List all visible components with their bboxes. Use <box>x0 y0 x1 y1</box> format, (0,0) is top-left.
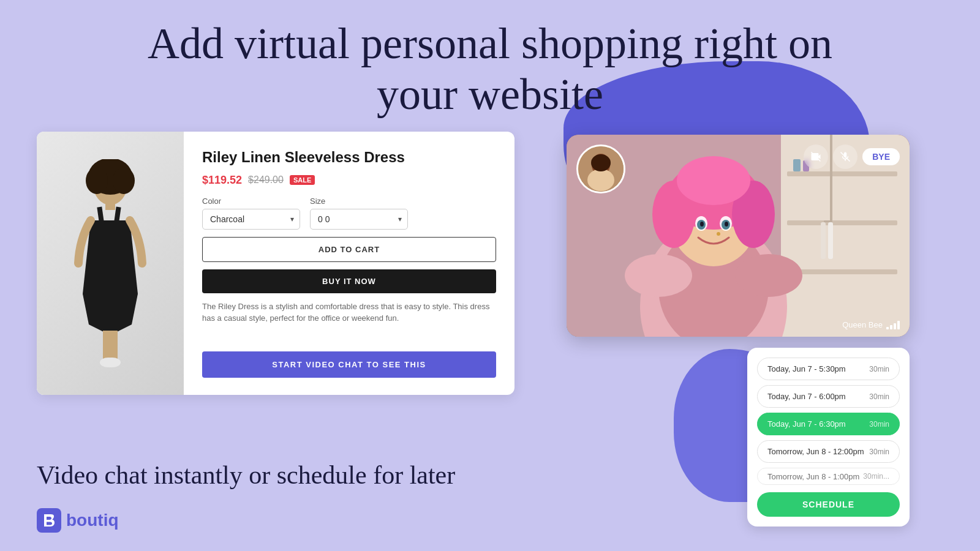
video-main-area: BYE Queen Bee <box>567 135 910 337</box>
svg-rect-20 <box>821 222 826 259</box>
svg-point-10 <box>104 358 121 367</box>
svg-rect-4 <box>105 199 115 210</box>
slot-2-time: Today, Jun 7 - 6:00pm <box>767 392 846 401</box>
buy-now-button[interactable]: BUY IT NOW <box>202 269 496 293</box>
svg-rect-14 <box>787 220 897 225</box>
size-dropdown[interactable]: 0 0 S M L <box>310 209 408 230</box>
product-title: Riley Linen Sleeveless Dress <box>202 149 496 167</box>
schedule-slot-3[interactable]: Today, Jun 7 - 6:30pm 30min <box>757 413 900 435</box>
schedule-slot-4[interactable]: Tomorrow, Jun 8 - 12:00pm 30min <box>757 440 900 463</box>
bye-button[interactable]: BYE <box>862 148 900 165</box>
product-image <box>37 132 184 395</box>
svg-point-34 <box>700 222 704 227</box>
bottom-tagline-area: Video chat instantly or schedule for lat… <box>37 460 455 490</box>
video-chat-button[interactable]: START VIDEO CHAT TO SEE THIS <box>202 351 496 378</box>
slot-1-time: Today, Jun 7 - 5:30pm <box>767 364 846 373</box>
svg-point-35 <box>725 222 728 227</box>
heading-text: Add virtual personal shopping right on y… <box>0 18 980 120</box>
price-row: $119.52 $249.00 SALE <box>202 174 496 187</box>
product-description: The Riley Dress is a stylish and comfort… <box>202 301 496 324</box>
avatar-svg <box>578 146 624 192</box>
color-label: Color <box>202 197 300 206</box>
svg-point-37 <box>625 254 692 297</box>
slot-5-time: Tomorrow, Jun 8 - 1:00pm <box>767 472 859 481</box>
selectors-row: Color Charcoal Black Navy Size 0 0 S M <box>202 197 496 230</box>
schedule-button[interactable]: SCHEDULE <box>757 492 900 517</box>
sale-badge: SALE <box>290 175 315 185</box>
svg-rect-13 <box>787 171 897 176</box>
product-card: Riley Linen Sleeveless Dress $119.52 $24… <box>37 132 514 395</box>
svg-rect-21 <box>828 222 833 259</box>
svg-point-2 <box>86 167 108 194</box>
camera-icon <box>810 151 821 162</box>
signal-bars <box>886 321 900 329</box>
svg-point-3 <box>113 167 135 194</box>
svg-rect-19 <box>824 220 832 222</box>
slot-5-duration: 30min... <box>863 472 889 481</box>
logo-b: b <box>66 511 77 530</box>
logo-area: boutiq <box>37 508 119 533</box>
bar-2 <box>890 325 892 329</box>
logo-icon <box>37 508 61 533</box>
svg-point-36 <box>717 232 720 236</box>
video-widget: BYE Queen Bee <box>567 135 910 337</box>
product-image-area <box>37 132 184 395</box>
slot-3-time: Today, Jun 7 - 6:30pm <box>767 419 846 429</box>
size-selector-group: Size 0 0 S M L <box>310 197 408 230</box>
presenter-name: Queen Bee <box>842 320 883 329</box>
color-selector-group: Color Charcoal Black Navy <box>202 197 300 230</box>
svg-point-42 <box>591 154 611 171</box>
svg-rect-8 <box>107 331 118 361</box>
presenter-label: Queen Bee <box>842 320 900 329</box>
slot-1-duration: 30min <box>869 365 889 373</box>
svg-rect-15 <box>787 269 897 274</box>
product-details: Riley Linen Sleeveless Dress $119.52 $24… <box>184 132 514 395</box>
schedule-slot-2[interactable]: Today, Jun 7 - 6:00pm 30min <box>757 385 900 408</box>
svg-point-38 <box>735 254 802 297</box>
video-controls: BYE <box>804 144 900 169</box>
slot-4-time: Tomorrow, Jun 8 - 12:00pm <box>767 447 864 456</box>
small-video-avatar <box>576 144 625 193</box>
logo-svg <box>40 512 58 529</box>
size-label: Size <box>310 197 408 206</box>
mute-button[interactable] <box>833 144 858 169</box>
bar-1 <box>886 327 889 329</box>
svg-rect-16 <box>793 159 801 171</box>
main-heading: Add virtual personal shopping right on y… <box>0 18 980 120</box>
tagline-text: Video chat instantly or schedule for lat… <box>37 460 455 490</box>
color-dropdown[interactable]: Charcoal Black Navy <box>202 209 300 230</box>
dress-svg <box>61 159 159 367</box>
add-to-cart-button[interactable]: ADD TO CART <box>202 237 496 262</box>
size-dropdown-wrapper[interactable]: 0 0 S M L <box>310 209 408 230</box>
svg-point-41 <box>587 169 614 191</box>
schedule-slot-1[interactable]: Today, Jun 7 - 5:30pm 30min <box>757 358 900 380</box>
price-original: $249.00 <box>248 174 284 186</box>
schedule-widget: Today, Jun 7 - 5:30pm 30min Today, Jun 7… <box>747 348 910 527</box>
camera-off-button[interactable] <box>804 144 828 169</box>
svg-point-29 <box>677 156 750 205</box>
schedule-slot-5[interactable]: Tomorrow, Jun 8 - 1:00pm 30min... <box>757 468 900 485</box>
mic-icon <box>840 151 851 162</box>
bar-4 <box>897 321 900 329</box>
bar-3 <box>894 323 896 329</box>
logo-text: boutiq <box>66 511 119 530</box>
price-current: $119.52 <box>202 174 242 187</box>
slot-2-duration: 30min <box>869 392 889 401</box>
slot-3-duration: 30min <box>869 420 889 429</box>
slot-4-duration: 30min <box>869 448 889 456</box>
color-dropdown-wrapper[interactable]: Charcoal Black Navy <box>202 209 300 230</box>
